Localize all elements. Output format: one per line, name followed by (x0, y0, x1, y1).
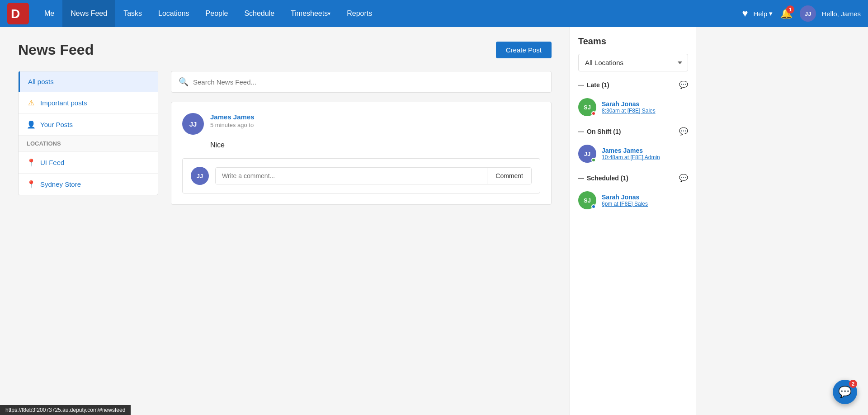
page-header: News Feed Create Post (18, 42, 552, 58)
comment-button[interactable]: Comment (487, 168, 531, 184)
nav-links: Me News Feed Tasks Locations People Sche… (36, 0, 742, 27)
sidebar-item-your-posts[interactable]: 👤 Your Posts (19, 114, 158, 136)
chat-bubble-icon: 💬 (838, 386, 852, 398)
team-group-scheduled-label: — Scheduled (1) (578, 174, 628, 182)
team-group-on-shift-header: — On Shift (1) 💬 (578, 127, 688, 136)
team-group-late-header: — Late (1) 💬 (578, 80, 688, 89)
nav-reports[interactable]: Reports (339, 0, 380, 27)
nav-tasks[interactable]: Tasks (115, 0, 150, 27)
member-avatar-sarah-scheduled: SJ (578, 191, 596, 209)
right-sidebar: Teams All Locations UI Feed Sydney Store… (570, 27, 696, 415)
help-button[interactable]: Help ▾ (753, 9, 773, 18)
nav-me[interactable]: Me (36, 0, 62, 27)
post-header: JJ James James 5 minutes ago to (182, 113, 540, 135)
team-group-late: — Late (1) 💬 SJ Sarah Jonas 8:30am at [F… (578, 80, 688, 120)
group-chat-icon-on-shift[interactable]: 💬 (679, 127, 688, 136)
teams-title: Teams (578, 36, 688, 47)
team-member-james-shift: JJ James James 10:48am at [F8E] Admin (578, 141, 688, 166)
post-card: JJ James James 5 minutes ago to Nice JJ … (171, 102, 552, 205)
person-icon: 👤 (27, 120, 36, 129)
main-layout: News Feed Create Post All posts ⚠ Import… (0, 27, 868, 415)
nav-right: ♥ Help ▾ 🔔 1 JJ Hello, James (742, 5, 861, 22)
nav-people[interactable]: People (198, 0, 236, 27)
collapse-icon-scheduled[interactable]: — (578, 174, 584, 181)
team-member-sarah-late: SJ Sarah Jonas 8:30am at [F8E] Sales (578, 94, 688, 120)
member-avatar-sarah-late: SJ (578, 98, 596, 116)
search-input[interactable] (193, 78, 544, 86)
team-group-scheduled: — Scheduled (1) 💬 SJ Sarah Jonas 6pm at … (578, 174, 688, 213)
post-author-avatar: JJ (182, 113, 204, 135)
status-dot-blue (591, 204, 596, 209)
comment-input-wrap: Comment (215, 167, 532, 184)
group-chat-icon-scheduled[interactable]: 💬 (679, 174, 688, 182)
collapse-icon-on-shift[interactable]: — (578, 128, 584, 135)
post-content: Nice (210, 141, 540, 149)
hello-greeting: Hello, James (821, 10, 861, 18)
member-shift-sarah-scheduled[interactable]: 6pm at [F8E] Sales (602, 201, 648, 207)
commenter-avatar: JJ (191, 167, 209, 185)
member-avatar-james-shift: JJ (578, 145, 596, 163)
team-group-on-shift-label: — On Shift (1) (578, 128, 621, 135)
sidebar-list: All posts ⚠ Important posts 👤 Your Posts… (18, 71, 158, 195)
member-info-sarah-late: Sarah Jonas 8:30am at [F8E] Sales (602, 100, 656, 114)
member-name-sarah-scheduled[interactable]: Sarah Jonas (602, 193, 648, 201)
notifications-button[interactable]: 🔔 1 (778, 5, 794, 22)
location-pin-icon: 📍 (27, 158, 36, 167)
content-area: News Feed Create Post All posts ⚠ Import… (0, 27, 570, 415)
group-chat-icon-late[interactable]: 💬 (679, 80, 688, 89)
feed-area: 🔍 JJ James James 5 minutes ago to Nice (171, 71, 552, 205)
help-dropdown-icon: ▾ (769, 9, 773, 18)
sidebar-section-locations: Locations (19, 136, 158, 152)
location-select[interactable]: All Locations UI Feed Sydney Store (578, 54, 688, 71)
nav-newsfeed[interactable]: News Feed (62, 0, 115, 27)
sidebar-item-ui-feed[interactable]: 📍 UI Feed (19, 152, 158, 174)
member-shift-sarah-late[interactable]: 8:30am at [F8E] Sales (602, 108, 656, 114)
status-dot-red (591, 111, 596, 116)
user-avatar[interactable]: JJ (800, 5, 816, 22)
nav-timesheets[interactable]: Timesheets (283, 0, 339, 27)
sidebar-item-sydney-store[interactable]: 📍 Sydney Store (19, 174, 158, 195)
comment-input[interactable] (216, 168, 487, 184)
search-icon: 🔍 (179, 77, 189, 87)
svg-text:D: D (11, 7, 20, 21)
create-post-button[interactable]: Create Post (496, 42, 552, 58)
member-shift-james-shift[interactable]: 10:48am at [F8E] Admin (602, 154, 660, 160)
top-navigation: D Me News Feed Tasks Locations People Sc… (0, 0, 868, 27)
team-group-late-label: — Late (1) (578, 81, 609, 89)
comment-section: JJ Comment (182, 158, 540, 193)
member-info-james-shift: James James 10:48am at [F8E] Admin (602, 147, 660, 160)
post-timestamp: 5 minutes ago to (210, 122, 255, 128)
collapse-icon-late[interactable]: — (578, 81, 584, 88)
notifications-badge: 1 (786, 5, 794, 14)
two-col-layout: All posts ⚠ Important posts 👤 Your Posts… (18, 71, 552, 205)
favorites-icon[interactable]: ♥ (742, 8, 748, 19)
member-name-sarah-late[interactable]: Sarah Jonas (602, 100, 656, 108)
chat-bubble-button[interactable]: 💬 2 (833, 380, 857, 404)
location-pin-icon-2: 📍 (27, 180, 36, 189)
nav-locations[interactable]: Locations (150, 0, 198, 27)
team-member-sarah-scheduled: SJ Sarah Jonas 6pm at [F8E] Sales (578, 188, 688, 213)
warning-icon: ⚠ (27, 99, 36, 107)
app-logo[interactable]: D (7, 3, 29, 24)
sidebar-item-important-posts[interactable]: ⚠ Important posts (19, 92, 158, 114)
left-sidebar: All posts ⚠ Important posts 👤 Your Posts… (18, 71, 158, 205)
post-meta: James James 5 minutes ago to (210, 113, 255, 128)
team-group-scheduled-header: — Scheduled (1) 💬 (578, 174, 688, 182)
status-bar: https://f8eb3f20073725.au.deputy.com/#ne… (0, 405, 131, 415)
nav-schedule[interactable]: Schedule (236, 0, 283, 27)
chat-bubble-badge: 2 (849, 380, 857, 388)
post-author-name[interactable]: James James (210, 113, 255, 121)
member-name-james-shift[interactable]: James James (602, 147, 660, 154)
status-dot-green (591, 158, 596, 162)
search-bar[interactable]: 🔍 (171, 71, 552, 93)
page-title: News Feed (18, 42, 94, 58)
team-group-on-shift: — On Shift (1) 💬 JJ James James 10:48am … (578, 127, 688, 166)
member-info-sarah-scheduled: Sarah Jonas 6pm at [F8E] Sales (602, 193, 648, 207)
sidebar-item-all-posts[interactable]: All posts (19, 71, 158, 92)
